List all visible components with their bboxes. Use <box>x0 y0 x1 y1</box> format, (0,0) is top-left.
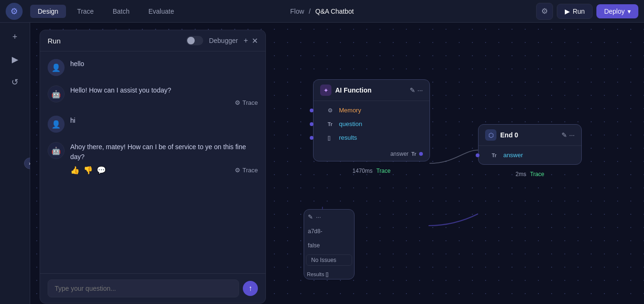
message-text-4: Ahoy there, matey! How can I be of servi… <box>70 142 258 162</box>
param-name-memory: Memory <box>339 107 361 114</box>
debugger-toggle[interactable] <box>186 36 203 45</box>
settings-button[interactable]: ⚙ <box>536 3 553 20</box>
send-icon: ↑ <box>248 284 252 293</box>
param-memory: ⚙ Memory <box>320 105 423 116</box>
results-label: Results [] <box>304 270 354 279</box>
end-node-timing: 2ms Trace <box>516 171 545 177</box>
tab-design[interactable]: Design <box>30 5 66 18</box>
topnav: ⚙ Design Trace Batch Evaluate Flow / Q&A… <box>0 0 644 23</box>
user-icon-2: 👤 <box>51 120 61 129</box>
chat-header-icons: + ✕ <box>244 36 258 45</box>
ai-function-node-header: ✦ AI Function ✎ ··· <box>314 80 429 101</box>
ai-function-node-body: ⚙ Memory Tr question [] results <box>314 101 429 147</box>
message-bot-1: 🤖 Hello! How can I assist you today? ⚙ T… <box>48 85 258 106</box>
trace-label-1: Trace <box>242 99 258 106</box>
plus-icon: + <box>12 32 17 42</box>
message-user-1: 👤 hello <box>48 59 258 76</box>
play-icon: ▶ <box>12 54 18 65</box>
breadcrumb-slash: / <box>309 8 313 15</box>
list-icon-results: [] <box>328 135 335 141</box>
breadcrumb-name: Q&A Chatbot <box>315 8 354 15</box>
chat-panel: Run Debugger + ✕ 👤 hello 🤖 <box>40 30 266 304</box>
end-edit-icon[interactable]: ✎ <box>561 131 567 139</box>
end-trace-link[interactable]: Trace <box>530 171 544 177</box>
tab-evaluate[interactable]: Evaluate <box>141 5 182 18</box>
param-dot-memory <box>310 109 314 112</box>
user-icon-1: 👤 <box>51 63 61 72</box>
comment-icon[interactable]: 💬 <box>97 166 106 175</box>
memory-icon: ⚙ <box>328 107 335 114</box>
ai-function-trace-link[interactable]: Trace <box>376 168 390 174</box>
message-content-2: Hello! How can I assist you today? ⚙ Tra… <box>70 85 258 106</box>
more-icon[interactable]: ··· <box>417 86 423 94</box>
thumbdown-icon[interactable]: 👎 <box>83 166 93 175</box>
partial-more-icon[interactable]: ··· <box>316 213 321 220</box>
send-button[interactable]: ↑ <box>243 281 258 296</box>
message-user-2: 👤 hi <box>48 116 258 133</box>
deploy-button[interactable]: Deploy ▾ <box>596 4 638 18</box>
trace-button-2[interactable]: ⚙ Trace <box>235 167 258 174</box>
end-ms: 2ms <box>516 171 527 177</box>
end-node-title: End 0 <box>500 131 558 139</box>
end-more-icon[interactable]: ··· <box>569 131 575 139</box>
logo-icon: ⚙ <box>10 6 18 17</box>
no-issues-text: No Issues <box>311 257 336 263</box>
history-icon: ↺ <box>11 77 18 87</box>
partial-node-id: a7d8- <box>304 224 354 238</box>
ai-function-ms: 1470ms <box>353 168 373 174</box>
trace-button-1[interactable]: ⚙ Trace <box>235 99 258 106</box>
end-node: ⬡ End 0 ✎ ··· Tr answer 2ms Trace <box>478 124 582 165</box>
partial-node: ✎ ··· a7d8- false No Issues Results [] <box>304 209 355 279</box>
param-name-results: results <box>339 134 357 141</box>
breadcrumb: Flow / Q&A Chatbot <box>290 8 354 15</box>
message-bot-2: 🤖 Ahoy there, matey! How can I be of ser… <box>48 142 258 175</box>
run-button[interactable]: ▶ Run <box>557 4 593 19</box>
close-chat-icon[interactable]: ✕ <box>252 36 258 45</box>
trace-icon-2: ⚙ <box>235 167 240 174</box>
message-content-3: hi <box>70 116 258 126</box>
output-tr-icon: Tr <box>412 151 416 157</box>
param-question: Tr question <box>320 118 423 129</box>
param-name-question: question <box>339 120 362 127</box>
tab-batch[interactable]: Batch <box>105 5 137 18</box>
partial-false-label: false <box>308 242 320 249</box>
end-param-answer: Tr answer <box>485 150 575 160</box>
ai-function-node-actions: ✎ ··· <box>410 86 423 94</box>
canvas[interactable]: ✦ AI Function ✎ ··· ⚙ Memory Tr question… <box>30 23 644 304</box>
bot-avatar-1: 🤖 <box>48 85 65 102</box>
end-tr-icon: Tr <box>492 152 496 158</box>
add-chat-icon[interactable]: + <box>244 36 248 45</box>
output-dot <box>419 152 423 156</box>
param-dot-results <box>310 136 314 140</box>
output-label: answer <box>390 151 409 157</box>
bot-icon-1: 🤖 <box>51 90 61 99</box>
param-dot-question <box>310 122 314 126</box>
chat-input[interactable] <box>48 279 239 297</box>
no-issues-badge: No Issues <box>306 254 352 266</box>
chat-header: Run Debugger + ✕ <box>40 30 265 51</box>
chat-input-area: ↑ <box>40 273 265 303</box>
sidebar-play-button[interactable]: ▶ <box>7 51 24 68</box>
tab-trace[interactable]: Trace <box>70 5 101 18</box>
left-sidebar: + ▶ ↺ › <box>0 23 30 304</box>
partial-edit-icon[interactable]: ✎ <box>308 213 313 220</box>
run-icon: ▶ <box>565 8 570 15</box>
message-text-2: Hello! How can I assist you today? <box>70 85 258 95</box>
gear-icon: ⚙ <box>541 7 548 16</box>
sidebar-history-button[interactable]: ↺ <box>7 74 24 91</box>
bot-icon-2: 🤖 <box>51 146 61 155</box>
message-actions-2: 👍 👎 💬 ⚙ Trace <box>70 166 258 175</box>
ai-function-timing: 1470ms Trace <box>353 168 391 174</box>
nav-actions: ⚙ ▶ Run Deploy ▾ <box>536 3 638 20</box>
end-node-body: Tr answer <box>479 146 581 164</box>
end-param-dot <box>476 153 479 157</box>
sidebar-add-button[interactable]: + <box>7 28 24 45</box>
trace-icon-1: ⚙ <box>235 99 240 106</box>
end-param-name: answer <box>503 152 523 159</box>
deploy-chevron-icon: ▾ <box>627 8 631 15</box>
debugger-label: Debugger <box>209 37 238 44</box>
ai-function-node: ✦ AI Function ✎ ··· ⚙ Memory Tr question… <box>313 79 430 161</box>
edit-icon[interactable]: ✎ <box>410 86 415 94</box>
thumbup-icon[interactable]: 👍 <box>70 166 80 175</box>
end-node-actions: ✎ ··· <box>561 131 575 139</box>
